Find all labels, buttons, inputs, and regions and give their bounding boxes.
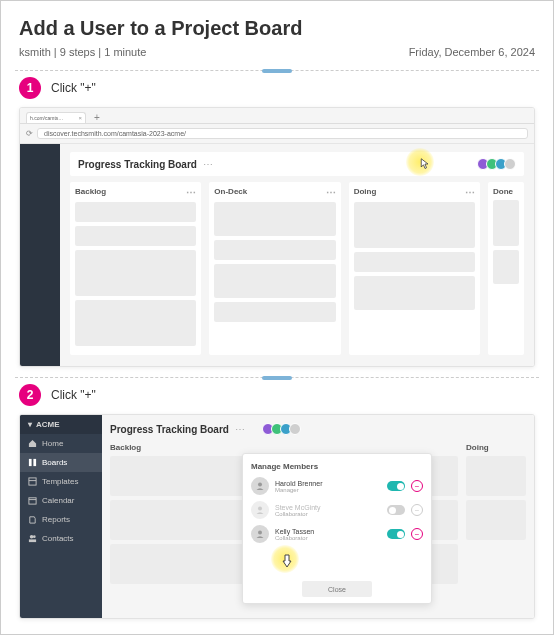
column-backlog: Backlog⋯ bbox=[70, 182, 201, 355]
avatar-icon bbox=[251, 525, 269, 543]
svg-point-9 bbox=[258, 483, 262, 487]
nav-home[interactable]: Home bbox=[20, 434, 102, 453]
cursor-icon bbox=[420, 158, 430, 170]
address-bar[interactable]: discover.techsmith.com/camtasia-2023-acm… bbox=[37, 128, 528, 139]
svg-rect-1 bbox=[33, 459, 36, 466]
column-ondeck: On-Deck⋯ bbox=[209, 182, 340, 355]
svg-rect-4 bbox=[29, 498, 36, 504]
member-toggle[interactable] bbox=[387, 505, 405, 515]
column-doing: Doing bbox=[466, 443, 526, 588]
step1-screenshot: h.com/camts…× + ⟳ discover.techsmith.com… bbox=[19, 107, 535, 367]
step-instruction: Click "+" bbox=[51, 388, 96, 402]
section-divider bbox=[15, 70, 539, 71]
member-avatars[interactable] bbox=[480, 158, 516, 170]
member-toggle[interactable] bbox=[387, 481, 405, 491]
section-divider bbox=[15, 377, 539, 378]
pointer-icon bbox=[281, 554, 293, 568]
nav-reports[interactable]: Reports bbox=[20, 510, 102, 529]
column-done: Done bbox=[488, 182, 524, 355]
meta-date: Friday, December 6, 2024 bbox=[409, 46, 535, 58]
step-number-badge: 1 bbox=[19, 77, 41, 99]
svg-point-6 bbox=[30, 535, 34, 539]
svg-rect-0 bbox=[29, 459, 32, 466]
add-member-icon bbox=[289, 423, 301, 435]
remove-member-button[interactable]: − bbox=[411, 528, 423, 540]
remove-member-button[interactable]: − bbox=[411, 504, 423, 516]
board-title: Progress Tracking Board bbox=[110, 424, 229, 435]
member-row: Steve McGintyCollaborator − bbox=[251, 501, 423, 519]
nav-templates[interactable]: Templates bbox=[20, 472, 102, 491]
page-title: Add a User to a Project Board bbox=[19, 17, 535, 40]
close-button[interactable]: Close bbox=[302, 581, 372, 597]
browser-tab[interactable]: h.com/camts…× bbox=[26, 112, 86, 123]
close-icon[interactable]: × bbox=[78, 115, 82, 121]
avatar-icon bbox=[251, 477, 269, 495]
remove-member-button[interactable]: − bbox=[411, 480, 423, 492]
member-avatars[interactable] bbox=[265, 423, 301, 435]
more-icon[interactable]: ⋯ bbox=[203, 159, 213, 170]
nav-calendar[interactable]: Calendar bbox=[20, 491, 102, 510]
svg-point-10 bbox=[258, 507, 262, 511]
reports-icon bbox=[28, 515, 37, 524]
step2-screenshot: ▾ ACME Home Boards Templates Calendar bbox=[19, 414, 535, 619]
sidebar-expanded: ▾ ACME Home Boards Templates Calendar bbox=[20, 415, 102, 618]
sidebar-collapsed bbox=[20, 144, 60, 367]
new-tab-button[interactable]: + bbox=[90, 112, 104, 123]
templates-icon bbox=[28, 477, 37, 486]
home-icon bbox=[28, 439, 37, 448]
calendar-icon bbox=[28, 496, 37, 505]
nav-contacts[interactable]: Contacts bbox=[20, 529, 102, 548]
board-title: Progress Tracking Board bbox=[78, 159, 197, 170]
avatar-icon bbox=[251, 501, 269, 519]
add-member-icon bbox=[504, 158, 516, 170]
step-number-badge: 2 bbox=[19, 384, 41, 406]
contacts-icon bbox=[28, 534, 37, 543]
reload-icon[interactable]: ⟳ bbox=[26, 129, 33, 138]
popover-title: Manage Members bbox=[251, 462, 423, 471]
step-instruction: Click "+" bbox=[51, 81, 96, 95]
nav-boards[interactable]: Boards bbox=[20, 453, 102, 472]
manage-members-popover: Manage Members Harold BrennerManager − S… bbox=[242, 453, 432, 604]
brand-header: ▾ ACME bbox=[20, 415, 102, 434]
svg-point-11 bbox=[258, 531, 262, 535]
more-icon[interactable]: ⋯ bbox=[235, 424, 245, 435]
svg-rect-8 bbox=[29, 539, 36, 542]
column-doing: Doing⋯ bbox=[349, 182, 480, 355]
boards-icon bbox=[28, 458, 37, 467]
member-row: Harold BrennerManager − bbox=[251, 477, 423, 495]
svg-rect-2 bbox=[29, 478, 36, 485]
meta-left: ksmith | 9 steps | 1 minute bbox=[19, 46, 146, 58]
member-toggle[interactable] bbox=[387, 529, 405, 539]
svg-point-7 bbox=[33, 535, 36, 538]
member-row: Kelly TassenCollaborator − bbox=[251, 525, 423, 543]
dropdown-icon[interactable]: ▾ bbox=[28, 420, 32, 429]
